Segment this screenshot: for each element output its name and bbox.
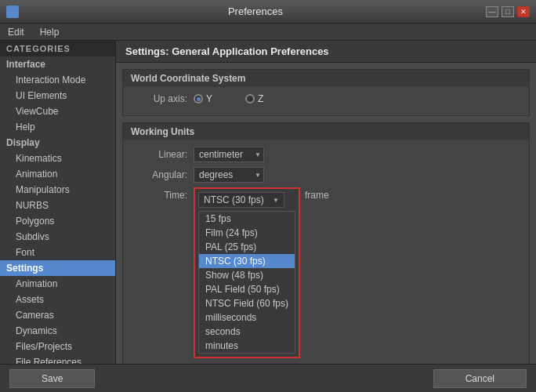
- sidebar-item-assets[interactable]: Assets: [0, 292, 115, 307]
- radio-y-dot[interactable]: [194, 94, 203, 103]
- sidebar-item-subdivs[interactable]: Subdivs: [0, 229, 115, 245]
- world-coordinate-header: World Coordinate System: [123, 70, 529, 87]
- time-selected-display[interactable]: NTSC (30 fps) ▼: [198, 192, 284, 208]
- main-layout: Categories Interface Interaction Mode UI…: [0, 41, 536, 364]
- angular-select[interactable]: degrees: [194, 167, 264, 183]
- sidebar-item-animation2[interactable]: Animation: [0, 276, 115, 292]
- cancel-button[interactable]: Cancel: [433, 369, 527, 388]
- sidebar-item-display[interactable]: Display: [0, 135, 115, 151]
- sidebar: Categories Interface Interaction Mode UI…: [0, 41, 116, 364]
- time-row: Time: NTSC (30 fps) ▼: [132, 187, 520, 358]
- linear-select-wrapper: centimeter: [194, 147, 264, 162]
- time-option-milliseconds[interactable]: milliseconds: [199, 310, 295, 325]
- sidebar-item-help[interactable]: Help: [0, 119, 115, 135]
- sidebar-item-viewcube[interactable]: ViewCube: [0, 103, 115, 119]
- linear-row: Linear: centimeter: [132, 147, 520, 162]
- sidebar-item-manipulators[interactable]: Manipulators: [0, 182, 115, 198]
- frame-label: frame: [305, 187, 329, 201]
- sidebar-item-ui-elements[interactable]: UI Elements: [0, 88, 115, 103]
- radio-z[interactable]: Z: [245, 93, 263, 104]
- sidebar-item-nurbs[interactable]: NURBS: [0, 198, 115, 213]
- time-dropdown-container: NTSC (30 fps) ▼ 15 fps Film (24 fps) PAL…: [194, 187, 300, 358]
- title-bar: Preferences — □ ✕: [0, 0, 536, 24]
- time-label: Time:: [132, 187, 187, 201]
- sidebar-header: Categories: [0, 41, 115, 56]
- angular-row: Angular: degrees: [132, 167, 520, 183]
- bottom-bar: Save Cancel: [0, 364, 536, 392]
- sidebar-item-files-projects[interactable]: Files/Projects: [0, 339, 115, 354]
- radio-z-label: Z: [258, 93, 263, 104]
- sidebar-item-file-references[interactable]: File References: [0, 354, 115, 364]
- time-dropdown-arrow: ▼: [273, 197, 279, 204]
- content-header: Settings: General Application Preference…: [116, 41, 536, 63]
- sidebar-item-cameras[interactable]: Cameras: [0, 307, 115, 323]
- time-option-seconds[interactable]: seconds: [199, 325, 295, 339]
- sidebar-item-interaction-mode[interactable]: Interaction Mode: [0, 72, 115, 88]
- radio-z-dot[interactable]: [245, 94, 255, 103]
- menu-bar: Edit Help: [0, 24, 536, 41]
- time-select-row: NTSC (30 fps) ▼: [198, 192, 295, 208]
- time-option-minutes[interactable]: minutes: [199, 339, 295, 353]
- sidebar-item-interface[interactable]: Interface: [0, 56, 115, 72]
- time-option-ntsc60[interactable]: NTSC Field (60 fps): [199, 296, 295, 310]
- up-axis-radio-group: Y Z: [194, 93, 263, 104]
- app-icon: [6, 5, 19, 18]
- working-units-body: Linear: centimeter Angular: degrees: [123, 140, 529, 364]
- time-selected-text: NTSC (30 fps): [204, 194, 264, 205]
- up-axis-label: Up axis:: [132, 93, 187, 104]
- sidebar-item-polygons[interactable]: Polygons: [0, 213, 115, 229]
- sidebar-item-dynamics[interactable]: Dynamics: [0, 323, 115, 339]
- sidebar-item-kinematics[interactable]: Kinematics: [0, 151, 115, 166]
- save-button[interactable]: Save: [9, 369, 95, 388]
- time-option-pal25[interactable]: PAL (25 fps): [199, 240, 295, 254]
- working-units-header: Working Units: [123, 123, 529, 140]
- content-area: Settings: General Application Preference…: [116, 41, 536, 364]
- world-coordinate-section: World Coordinate System Up axis: Y Z: [122, 69, 530, 116]
- time-option-pal50[interactable]: PAL Field (50 fps): [199, 282, 295, 296]
- linear-label: Linear:: [132, 149, 187, 160]
- sidebar-item-animation[interactable]: Animation: [0, 166, 115, 182]
- sidebar-item-font[interactable]: Font: [0, 245, 115, 260]
- angular-select-wrapper: degrees: [194, 167, 264, 183]
- up-axis-row: Up axis: Y Z: [132, 93, 520, 104]
- menu-edit[interactable]: Edit: [5, 25, 27, 39]
- working-units-section: Working Units Linear: centimeter Angular…: [122, 122, 530, 364]
- radio-y[interactable]: Y: [194, 93, 212, 104]
- time-option-show48[interactable]: Show (48 fps): [199, 268, 295, 282]
- time-dropdown-list: 15 fps Film (24 fps) PAL (25 fps) NTSC (…: [198, 211, 295, 354]
- menu-help[interactable]: Help: [37, 25, 63, 39]
- close-button[interactable]: ✕: [517, 6, 530, 17]
- time-option-15fps[interactable]: 15 fps: [199, 212, 295, 226]
- linear-select[interactable]: centimeter: [194, 147, 264, 162]
- world-coordinate-body: Up axis: Y Z: [123, 87, 529, 115]
- time-option-film[interactable]: Film (24 fps): [199, 226, 295, 240]
- minimize-button[interactable]: —: [486, 6, 498, 17]
- radio-y-label: Y: [206, 93, 212, 104]
- time-option-ntsc30[interactable]: NTSC (30 fps): [199, 254, 295, 268]
- angular-label: Angular:: [132, 169, 187, 180]
- sidebar-item-settings[interactable]: Settings: [0, 260, 115, 276]
- maximize-button[interactable]: □: [502, 6, 514, 17]
- window-controls: — □ ✕: [486, 6, 530, 17]
- window-title: Preferences: [25, 5, 486, 17]
